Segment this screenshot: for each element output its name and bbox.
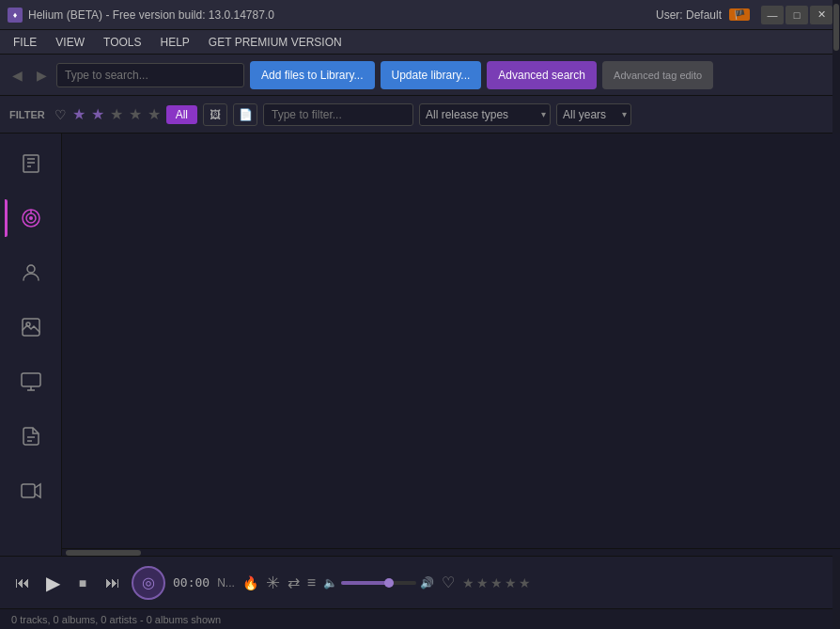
player-heart-icon[interactable]: ♡	[442, 574, 455, 591]
sidebar-item-artist[interactable]	[5, 246, 57, 299]
back-button[interactable]: ◀	[8, 66, 26, 85]
content-area	[62, 134, 840, 556]
filter-label: FILTER	[9, 109, 45, 120]
filter-star-1[interactable]: ★	[72, 105, 86, 123]
sidebar-item-desktop[interactable]	[5, 355, 57, 408]
toolbar: ◀ ▶ Add files to Library... Update libra…	[0, 55, 840, 96]
player-star-4[interactable]: ★	[505, 575, 517, 590]
filter-heart-icon[interactable]: ♡	[54, 107, 67, 122]
svg-rect-16	[22, 484, 35, 497]
menu-tools[interactable]: TOOLS	[94, 33, 150, 52]
track-info: N...	[217, 576, 235, 590]
filter-image-button[interactable]: 🖼	[203, 103, 227, 126]
title-bar: ♦ Helium (BETA) - Free version build: 13…	[0, 0, 840, 30]
stop-button[interactable]: ■	[71, 572, 94, 594]
menu-help[interactable]: HELP	[150, 33, 198, 52]
window-controls: — □ ✕	[761, 6, 832, 24]
sidebar-item-video[interactable]	[5, 464, 57, 517]
menu-icon[interactable]: ≡	[307, 574, 316, 591]
album-art-button[interactable]: ◎	[132, 566, 165, 600]
sidebar-item-library[interactable]	[5, 137, 57, 190]
menu-view[interactable]: VIEW	[46, 33, 94, 52]
filter-text-input[interactable]	[263, 103, 413, 126]
player-star-3[interactable]: ★	[490, 575, 503, 590]
menu-premium[interactable]: GET PREMIUM VERSION	[199, 33, 351, 52]
volume-thumb	[384, 578, 394, 588]
svg-rect-11	[22, 373, 40, 386]
horizontal-scrollbar[interactable]	[62, 548, 840, 556]
sidebar-item-document[interactable]	[5, 410, 57, 463]
year-select[interactable]: All years 2024 2023 2022 2021 2020	[556, 103, 631, 126]
player-bar: ⏮ ▶ ■ ⏭ ◎ 00:00 N... 🔥 ✳ ⇄ ≡ 🔈 🔊 ♡ ★ ★ ★…	[0, 556, 840, 608]
user-flag: 🏴	[729, 8, 750, 21]
forward-button[interactable]: ▶	[32, 66, 51, 85]
status-text: 0 tracks, 0 albums, 0 artists - 0 albums…	[11, 614, 221, 625]
user-info: User: Default 🏴	[656, 8, 750, 22]
menu-file[interactable]: FILE	[4, 33, 46, 52]
user-label: User: Default	[656, 8, 722, 22]
filter-star-3[interactable]: ★	[110, 105, 123, 123]
sidebar-item-radio[interactable]	[5, 192, 57, 244]
filter-all-button[interactable]: All	[166, 105, 197, 124]
filter-star-4[interactable]: ★	[129, 105, 142, 123]
volume-icon: 🔊	[420, 576, 434, 590]
filter-bar: FILTER ♡ ★ ★ ★ ★ ★ All 🖼 📄 All release t…	[0, 96, 840, 134]
status-bar: 0 tracks, 0 albums, 0 artists - 0 albums…	[0, 608, 840, 629]
sidebar-item-album-art[interactable]	[5, 301, 57, 354]
player-star-2[interactable]: ★	[476, 575, 489, 590]
update-library-button[interactable]: Update library...	[381, 61, 482, 89]
next-button[interactable]: ⏭	[101, 572, 124, 594]
filter-star-5[interactable]: ★	[148, 105, 161, 123]
advanced-tag-edit-button[interactable]: Advanced tag edito	[602, 61, 713, 89]
filter-star-2[interactable]: ★	[91, 105, 104, 123]
volume-control: 🔈 🔊	[323, 576, 434, 590]
time-display: 00:00	[173, 575, 210, 590]
player-star-1[interactable]: ★	[462, 575, 474, 590]
prev-button[interactable]: ⏮	[11, 572, 34, 594]
filter-doc-button[interactable]: 📄	[233, 103, 257, 126]
shuffle-icon[interactable]: ⇄	[288, 574, 300, 591]
minimize-button[interactable]: —	[761, 6, 784, 24]
main-layout	[0, 134, 840, 556]
player-stars: ★ ★ ★ ★ ★	[462, 575, 531, 590]
volume-fill	[341, 581, 390, 585]
release-type-select[interactable]: All release types Albums Singles EPs Com…	[419, 103, 551, 126]
year-wrapper: All years 2024 2023 2022 2021 2020	[556, 103, 631, 126]
player-star-5[interactable]: ★	[519, 575, 531, 590]
advanced-search-button[interactable]: Advanced search	[487, 61, 597, 89]
flame-icon: 🔥	[242, 575, 258, 590]
search-input[interactable]	[56, 63, 244, 87]
svg-rect-0	[23, 155, 39, 172]
release-type-wrapper: All release types Albums Singles EPs Com…	[419, 103, 551, 126]
menu-bar: FILE VIEW TOOLS HELP GET PREMIUM VERSION	[0, 30, 840, 55]
h-scroll-thumb	[66, 550, 141, 556]
asterisk-icon[interactable]: ✳	[266, 573, 280, 593]
album-art-icon: ◎	[142, 574, 155, 591]
volume-down-icon[interactable]: 🔈	[323, 576, 337, 590]
sidebar-scroll	[0, 137, 61, 519]
maximize-button[interactable]: □	[786, 6, 808, 24]
app-title: Helium (BETA) - Free version build: 13.0…	[28, 8, 656, 22]
close-button[interactable]: ✕	[810, 6, 832, 24]
play-button[interactable]: ▶	[41, 572, 64, 594]
add-files-button[interactable]: Add files to Library...	[250, 61, 375, 89]
sidebar	[0, 134, 62, 556]
app-icon: ♦	[8, 8, 23, 23]
volume-bar[interactable]	[341, 581, 416, 585]
svg-point-8	[27, 265, 35, 273]
svg-point-6	[29, 216, 33, 220]
